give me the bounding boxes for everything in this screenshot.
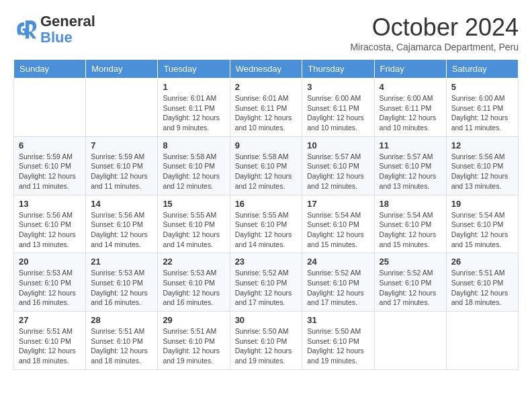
day-info: Sunrise: 5:53 AMSunset: 6:10 PMDaylight:… <box>163 268 224 308</box>
day-info: Sunrise: 6:00 AMSunset: 6:11 PMDaylight:… <box>451 93 513 133</box>
calendar-cell: 3Sunrise: 6:00 AMSunset: 6:11 PMDaylight… <box>302 79 374 137</box>
day-info: Sunrise: 5:55 AMSunset: 6:10 PMDaylight:… <box>163 210 224 250</box>
day-header-saturday: Saturday <box>446 60 518 79</box>
calendar-cell: 24Sunrise: 5:52 AMSunset: 6:10 PMDayligh… <box>302 253 374 312</box>
day-info: Sunrise: 5:54 AMSunset: 6:10 PMDaylight:… <box>307 210 369 250</box>
day-number: 3 <box>307 82 369 92</box>
month-title: October 2024 <box>350 13 519 42</box>
logo: General Blue <box>13 13 95 46</box>
day-number: 9 <box>235 140 298 150</box>
day-number: 20 <box>19 257 81 267</box>
day-info: Sunrise: 5:55 AMSunset: 6:10 PMDaylight:… <box>235 210 298 250</box>
calendar-week-3: 13Sunrise: 5:56 AMSunset: 6:10 PMDayligh… <box>14 195 519 253</box>
calendar-cell <box>14 79 86 137</box>
day-number: 29 <box>163 315 224 325</box>
calendar: SundayMondayTuesdayWednesdayThursdayFrid… <box>13 59 519 370</box>
calendar-cell: 5Sunrise: 6:00 AMSunset: 6:11 PMDaylight… <box>446 79 518 137</box>
day-number: 23 <box>235 257 298 267</box>
day-header-thursday: Thursday <box>302 60 374 79</box>
logo-line1: General <box>40 13 95 30</box>
day-number: 11 <box>380 140 441 150</box>
calendar-cell: 20Sunrise: 5:53 AMSunset: 6:10 PMDayligh… <box>14 253 86 312</box>
day-number: 19 <box>451 199 513 209</box>
calendar-cell: 11Sunrise: 5:57 AMSunset: 6:10 PMDayligh… <box>374 136 446 195</box>
day-number: 22 <box>163 257 224 267</box>
day-info: Sunrise: 6:00 AMSunset: 6:11 PMDaylight:… <box>307 93 369 133</box>
day-info: Sunrise: 6:00 AMSunset: 6:11 PMDaylight:… <box>380 93 441 133</box>
day-number: 26 <box>451 257 513 267</box>
day-number: 14 <box>91 199 152 209</box>
day-number: 30 <box>235 315 298 325</box>
calendar-cell <box>86 79 158 137</box>
logo-icon <box>13 17 38 42</box>
calendar-cell: 25Sunrise: 5:52 AMSunset: 6:10 PMDayligh… <box>374 253 446 312</box>
calendar-cell: 13Sunrise: 5:56 AMSunset: 6:10 PMDayligh… <box>14 195 86 253</box>
day-number: 8 <box>163 140 224 150</box>
day-info: Sunrise: 5:54 AMSunset: 6:10 PMDaylight:… <box>380 210 441 250</box>
calendar-cell: 23Sunrise: 5:52 AMSunset: 6:10 PMDayligh… <box>230 253 302 312</box>
calendar-cell: 1Sunrise: 6:01 AMSunset: 6:11 PMDaylight… <box>158 79 230 137</box>
subtitle: Miracosta, Cajamarca Department, Peru <box>350 42 519 52</box>
day-header-friday: Friday <box>374 60 446 79</box>
day-info: Sunrise: 5:51 AMSunset: 6:10 PMDaylight:… <box>451 268 513 308</box>
calendar-cell: 7Sunrise: 5:59 AMSunset: 6:10 PMDaylight… <box>86 136 158 195</box>
day-number: 27 <box>19 315 81 325</box>
day-number: 16 <box>235 199 298 209</box>
day-info: Sunrise: 5:59 AMSunset: 6:10 PMDaylight:… <box>19 152 81 191</box>
calendar-week-2: 6Sunrise: 5:59 AMSunset: 6:10 PMDaylight… <box>14 136 519 195</box>
calendar-cell: 2Sunrise: 6:01 AMSunset: 6:11 PMDaylight… <box>230 79 302 137</box>
day-number: 31 <box>307 315 369 325</box>
day-info: Sunrise: 5:52 AMSunset: 6:10 PMDaylight:… <box>235 268 298 308</box>
day-info: Sunrise: 5:51 AMSunset: 6:10 PMDaylight:… <box>19 326 81 366</box>
calendar-cell: 22Sunrise: 5:53 AMSunset: 6:10 PMDayligh… <box>158 253 230 312</box>
day-info: Sunrise: 5:56 AMSunset: 6:10 PMDaylight:… <box>19 210 81 250</box>
day-number: 21 <box>91 257 152 267</box>
day-info: Sunrise: 6:01 AMSunset: 6:11 PMDaylight:… <box>235 93 298 133</box>
day-number: 18 <box>380 199 441 209</box>
calendar-week-5: 27Sunrise: 5:51 AMSunset: 6:10 PMDayligh… <box>14 312 519 370</box>
day-header-wednesday: Wednesday <box>230 60 302 79</box>
day-info: Sunrise: 5:52 AMSunset: 6:10 PMDaylight:… <box>380 268 441 308</box>
calendar-week-4: 20Sunrise: 5:53 AMSunset: 6:10 PMDayligh… <box>14 253 519 312</box>
day-info: Sunrise: 6:01 AMSunset: 6:11 PMDaylight:… <box>163 93 224 133</box>
calendar-cell: 14Sunrise: 5:56 AMSunset: 6:10 PMDayligh… <box>86 195 158 253</box>
calendar-cell: 6Sunrise: 5:59 AMSunset: 6:10 PMDaylight… <box>14 136 86 195</box>
day-number: 2 <box>235 82 298 92</box>
day-info: Sunrise: 5:53 AMSunset: 6:10 PMDaylight:… <box>19 268 81 308</box>
day-number: 4 <box>380 82 441 92</box>
calendar-cell: 30Sunrise: 5:50 AMSunset: 6:10 PMDayligh… <box>230 312 302 370</box>
day-number: 25 <box>380 257 441 267</box>
calendar-cell: 8Sunrise: 5:58 AMSunset: 6:10 PMDaylight… <box>158 136 230 195</box>
calendar-cell: 28Sunrise: 5:51 AMSunset: 6:10 PMDayligh… <box>86 312 158 370</box>
day-header-tuesday: Tuesday <box>158 60 230 79</box>
calendar-cell: 15Sunrise: 5:55 AMSunset: 6:10 PMDayligh… <box>158 195 230 253</box>
calendar-cell: 18Sunrise: 5:54 AMSunset: 6:10 PMDayligh… <box>374 195 446 253</box>
logo-line2: Blue <box>40 30 95 46</box>
day-number: 13 <box>19 199 81 209</box>
calendar-cell: 9Sunrise: 5:58 AMSunset: 6:10 PMDaylight… <box>230 136 302 195</box>
day-info: Sunrise: 5:54 AMSunset: 6:10 PMDaylight:… <box>451 210 513 250</box>
logo-text: General Blue <box>40 13 95 46</box>
day-info: Sunrise: 5:56 AMSunset: 6:10 PMDaylight:… <box>451 152 513 191</box>
calendar-cell: 16Sunrise: 5:55 AMSunset: 6:10 PMDayligh… <box>230 195 302 253</box>
day-number: 6 <box>19 140 81 150</box>
calendar-cell: 29Sunrise: 5:51 AMSunset: 6:10 PMDayligh… <box>158 312 230 370</box>
day-info: Sunrise: 5:58 AMSunset: 6:10 PMDaylight:… <box>235 152 298 191</box>
day-info: Sunrise: 5:51 AMSunset: 6:10 PMDaylight:… <box>163 326 224 366</box>
title-block: October 2024 Miracosta, Cajamarca Depart… <box>350 13 519 52</box>
day-info: Sunrise: 5:50 AMSunset: 6:10 PMDaylight:… <box>235 326 298 366</box>
day-number: 10 <box>307 140 369 150</box>
day-info: Sunrise: 5:50 AMSunset: 6:10 PMDaylight:… <box>307 326 369 366</box>
day-number: 7 <box>91 140 152 150</box>
calendar-cell <box>446 312 518 370</box>
calendar-cell: 10Sunrise: 5:57 AMSunset: 6:10 PMDayligh… <box>302 136 374 195</box>
calendar-cell <box>374 312 446 370</box>
day-header-sunday: Sunday <box>14 60 86 79</box>
day-info: Sunrise: 5:58 AMSunset: 6:10 PMDaylight:… <box>163 152 224 191</box>
day-info: Sunrise: 5:57 AMSunset: 6:10 PMDaylight:… <box>307 152 369 191</box>
day-info: Sunrise: 5:53 AMSunset: 6:10 PMDaylight:… <box>91 268 152 308</box>
calendar-cell: 17Sunrise: 5:54 AMSunset: 6:10 PMDayligh… <box>302 195 374 253</box>
calendar-cell: 27Sunrise: 5:51 AMSunset: 6:10 PMDayligh… <box>14 312 86 370</box>
day-info: Sunrise: 5:56 AMSunset: 6:10 PMDaylight:… <box>91 210 152 250</box>
calendar-cell: 12Sunrise: 5:56 AMSunset: 6:10 PMDayligh… <box>446 136 518 195</box>
